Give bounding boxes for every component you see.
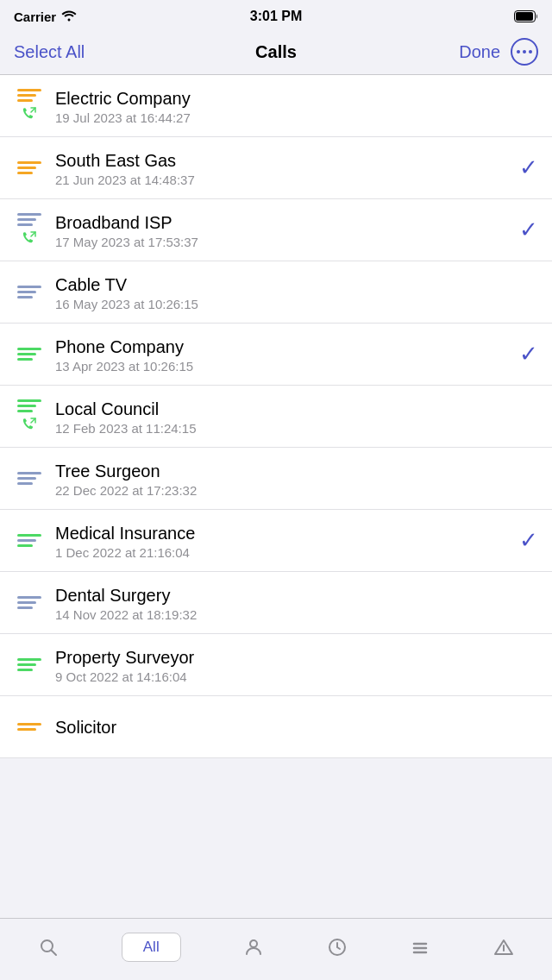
call-type-icon	[14, 89, 45, 122]
missed-call-icon	[22, 231, 37, 247]
call-name: Cable TV	[55, 273, 538, 296]
call-type-icon	[14, 213, 45, 247]
voicemail-button[interactable]	[493, 937, 514, 958]
category-lines-icon	[17, 658, 41, 671]
all-filter-button[interactable]: All	[122, 933, 181, 962]
checkmark-icon: ✓	[519, 217, 538, 243]
more-button[interactable]	[511, 38, 538, 66]
category-lines-icon	[17, 596, 41, 609]
call-item[interactable]: Electric Company19 Jul 2023 at 16:44:27	[0, 75, 552, 137]
call-type-icon	[14, 161, 45, 174]
call-name: Broadband ISP	[55, 211, 512, 234]
call-type-icon	[14, 658, 45, 671]
call-item[interactable]: Local Council12 Feb 2023 at 11:24:15	[0, 386, 552, 448]
call-name: Tree Surgeon	[55, 460, 538, 482]
call-item[interactable]: Broadband ISP17 May 2023 at 17:53:37✓	[0, 199, 552, 261]
keypad-icon	[410, 937, 430, 958]
nav-bar: Select All Calls Done	[0, 31, 552, 75]
svg-line-3	[52, 950, 57, 955]
call-date: 12 Feb 2023 at 11:24:15	[55, 421, 538, 436]
status-time: 3:01 PM	[250, 9, 302, 24]
missed-call-icon	[22, 418, 37, 433]
contacts-icon	[243, 937, 264, 958]
call-date: 13 Apr 2023 at 10:26:15	[55, 359, 512, 374]
bottom-toolbar: All	[0, 918, 552, 980]
call-date: 17 May 2023 at 17:53:37	[55, 235, 512, 249]
call-type-icon	[14, 596, 45, 609]
call-item[interactable]: Phone Company13 Apr 2023 at 10:26:15✓	[0, 324, 552, 386]
svg-rect-1	[516, 12, 533, 21]
svg-point-4	[250, 940, 257, 947]
call-type-icon	[14, 472, 45, 485]
call-item[interactable]: South East Gas21 Jun 2023 at 14:48:37✓	[0, 137, 552, 199]
call-info: Phone Company13 Apr 2023 at 10:26:15	[55, 336, 512, 374]
call-type-icon	[14, 348, 45, 361]
call-name: Property Surveyor	[55, 646, 538, 669]
category-lines-icon	[17, 89, 41, 102]
call-info: Tree Surgeon22 Dec 2022 at 17:23:32	[55, 460, 538, 498]
call-date: 22 Dec 2022 at 17:23:32	[55, 483, 538, 498]
call-item[interactable]: Dental Surgery14 Nov 2022 at 18:19:32	[0, 572, 552, 634]
call-item[interactable]: Property Surveyor9 Oct 2022 at 14:16:04	[0, 634, 552, 696]
call-date: 21 Jun 2023 at 14:48:37	[55, 173, 512, 187]
done-button[interactable]: Done	[459, 42, 500, 62]
call-info: South East Gas21 Jun 2023 at 14:48:37	[55, 149, 512, 187]
call-item[interactable]: Tree Surgeon22 Dec 2022 at 17:23:32	[0, 448, 552, 510]
call-item[interactable]: Medical Insurance1 Dec 2022 at 21:16:04✓	[0, 510, 552, 572]
clock-icon	[327, 937, 348, 958]
nav-title: Calls	[255, 42, 297, 62]
call-type-icon	[14, 286, 45, 298]
checkmark-icon: ✓	[519, 527, 538, 554]
category-lines-icon	[17, 472, 41, 485]
call-name: Electric Company	[55, 87, 538, 110]
call-type-icon	[14, 399, 45, 433]
keypad-button[interactable]	[410, 937, 430, 958]
call-name: Medical Insurance	[55, 522, 512, 544]
contacts-button[interactable]	[243, 937, 264, 958]
recents-button[interactable]	[327, 937, 348, 958]
call-date: 14 Nov 2022 at 18:19:32	[55, 607, 538, 622]
call-name: Phone Company	[55, 336, 512, 358]
category-lines-icon	[17, 534, 41, 547]
call-date: 1 Dec 2022 at 21:16:04	[55, 545, 512, 560]
call-name: Dental Surgery	[55, 584, 538, 606]
category-lines-icon	[17, 399, 41, 412]
select-all-button[interactable]: Select All	[14, 42, 85, 62]
search-button[interactable]	[38, 937, 59, 958]
call-date: 9 Oct 2022 at 14:16:04	[55, 669, 538, 684]
checkmark-icon: ✓	[519, 154, 538, 181]
carrier-text: Carrier	[14, 9, 77, 24]
call-item[interactable]: Solicitor	[0, 696, 552, 758]
battery-icon	[514, 10, 538, 22]
call-name: Local Council	[55, 398, 538, 420]
call-date: 19 Jul 2023 at 16:44:27	[55, 110, 538, 125]
checkmark-icon: ✓	[519, 341, 538, 368]
call-info: Solicitor	[55, 716, 538, 738]
missed-call-icon	[22, 107, 37, 122]
call-info: Cable TV16 May 2023 at 10:26:15	[55, 273, 538, 311]
category-lines-icon	[17, 348, 41, 361]
call-info: Electric Company19 Jul 2023 at 16:44:27	[55, 87, 538, 125]
call-info: Dental Surgery14 Nov 2022 at 18:19:32	[55, 584, 538, 622]
wifi-icon	[61, 9, 77, 24]
call-info: Broadband ISP17 May 2023 at 17:53:37	[55, 211, 512, 249]
more-dots-icon	[517, 50, 532, 53]
category-lines-icon	[17, 286, 41, 298]
filter-icon	[493, 937, 514, 958]
category-lines-icon	[17, 723, 41, 731]
category-lines-icon	[17, 161, 41, 174]
category-lines-icon	[17, 213, 41, 226]
nav-right-actions: Done	[459, 38, 538, 66]
call-type-icon	[14, 534, 45, 547]
call-item[interactable]: Cable TV16 May 2023 at 10:26:15	[0, 261, 552, 324]
call-info: Medical Insurance1 Dec 2022 at 21:16:04	[55, 522, 512, 560]
status-bar: Carrier 3:01 PM	[0, 0, 552, 31]
call-name: Solicitor	[55, 716, 538, 738]
search-icon	[38, 937, 59, 958]
call-type-icon	[14, 723, 45, 731]
call-info: Local Council12 Feb 2023 at 11:24:15	[55, 398, 538, 436]
call-list: Electric Company19 Jul 2023 at 16:44:27S…	[0, 75, 552, 758]
call-name: South East Gas	[55, 149, 512, 172]
call-info: Property Surveyor9 Oct 2022 at 14:16:04	[55, 646, 538, 684]
call-date: 16 May 2023 at 10:26:15	[55, 297, 538, 311]
